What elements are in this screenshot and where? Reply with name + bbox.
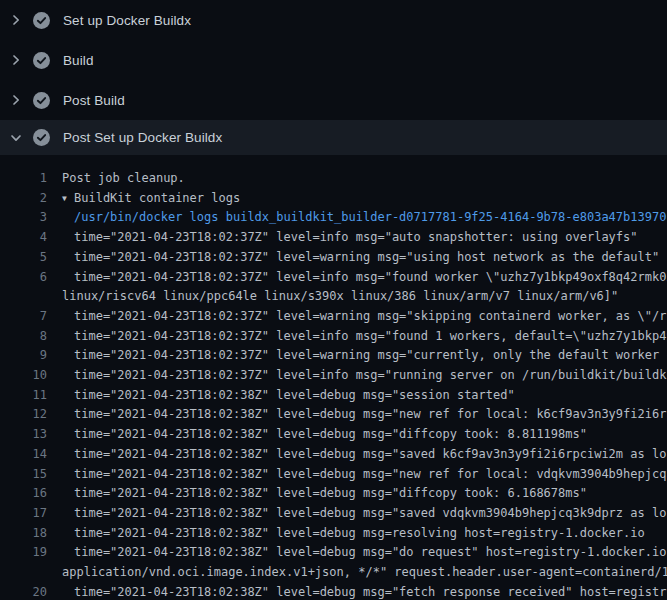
- log-line-number[interactable]: 16: [0, 484, 47, 504]
- log-line-number[interactable]: 18: [0, 524, 47, 544]
- log-line: 10time="2021-04-23T18:02:37Z" level=info…: [0, 366, 667, 386]
- log-line-number[interactable]: 5: [0, 248, 47, 268]
- log-line-number[interactable]: 2: [0, 189, 47, 209]
- log-line: 11time="2021-04-23T18:02:38Z" level=debu…: [0, 386, 667, 406]
- step-row-build[interactable]: Build: [0, 40, 667, 80]
- log-group-row[interactable]: 2▼BuildKit container logs: [0, 189, 667, 209]
- log-line-number[interactable]: 11: [0, 386, 47, 406]
- step-row-post-set-up-docker-buildx[interactable]: Post Set up Docker Buildx: [0, 120, 667, 155]
- log-line-number[interactable]: 3: [0, 208, 47, 228]
- log-line-number[interactable]: 6: [0, 268, 47, 288]
- step-title: Build: [63, 53, 94, 68]
- log-line-number[interactable]: 19: [0, 543, 47, 563]
- log-line-number[interactable]: 14: [0, 445, 47, 465]
- log-line-number[interactable]: 4: [0, 228, 47, 248]
- check-circle-icon: [33, 129, 50, 146]
- log-viewer: 1Post job cleanup.2▼BuildKit container l…: [0, 155, 667, 600]
- log-text: time="2021-04-23T18:02:37Z" level=info m…: [74, 228, 638, 248]
- log-line: 18time="2021-04-23T18:02:38Z" level=debu…: [0, 524, 667, 544]
- log-line-number[interactable]: 13: [0, 425, 47, 445]
- log-text: time="2021-04-23T18:02:37Z" level=info m…: [74, 327, 667, 347]
- log-line-number[interactable]: 17: [0, 504, 47, 524]
- log-text: application/vnd.oci.image.index.v1+json,…: [62, 563, 667, 583]
- log-line: 4time="2021-04-23T18:02:37Z" level=info …: [0, 228, 667, 248]
- log-line: 12time="2021-04-23T18:02:38Z" level=debu…: [0, 405, 667, 425]
- log-text: time="2021-04-23T18:02:37Z" level=warnin…: [74, 248, 659, 268]
- log-line: 20time="2021-04-23T18:02:38Z" level=debu…: [0, 583, 667, 600]
- log-line: 8time="2021-04-23T18:02:37Z" level=info …: [0, 327, 667, 347]
- step-title: Set up Docker Buildx: [63, 13, 191, 28]
- log-line-number[interactable]: 15: [0, 465, 47, 485]
- log-line: linux/riscv64 linux/ppc64le linux/s390x …: [0, 287, 667, 307]
- log-line-number[interactable]: [0, 563, 47, 583]
- log-text: time="2021-04-23T18:02:38Z" level=debug …: [74, 405, 667, 425]
- log-line: 16time="2021-04-23T18:02:38Z" level=debu…: [0, 484, 667, 504]
- chevron-right-icon: [8, 12, 24, 28]
- chevron-right-icon: [8, 52, 24, 68]
- log-line: 7time="2021-04-23T18:02:37Z" level=warni…: [0, 307, 667, 327]
- log-line-number[interactable]: 8: [0, 327, 47, 347]
- log-line: 19time="2021-04-23T18:02:38Z" level=debu…: [0, 543, 667, 563]
- chevron-down-icon: [8, 130, 24, 146]
- log-text: Post job cleanup.: [62, 169, 185, 189]
- log-line-number[interactable]: [0, 287, 47, 307]
- group-expand-triangle-icon: ▼: [62, 189, 74, 209]
- log-text: time="2021-04-23T18:02:38Z" level=debug …: [74, 425, 587, 445]
- log-line: 9time="2021-04-23T18:02:37Z" level=warni…: [0, 346, 667, 366]
- log-line: 1Post job cleanup.: [0, 169, 667, 189]
- log-command-text: /usr/bin/docker logs buildx_buildkit_bui…: [74, 208, 666, 228]
- log-line: application/vnd.oci.image.index.v1+json,…: [0, 563, 667, 583]
- log-line: 17time="2021-04-23T18:02:38Z" level=debu…: [0, 504, 667, 524]
- check-circle-icon: [33, 12, 50, 29]
- log-line-number[interactable]: 12: [0, 405, 47, 425]
- log-line-number[interactable]: 20: [0, 583, 47, 600]
- log-text: time="2021-04-23T18:02:38Z" level=debug …: [74, 524, 645, 544]
- log-line: 3/usr/bin/docker logs buildx_buildkit_bu…: [0, 208, 667, 228]
- log-line: 6time="2021-04-23T18:02:37Z" level=info …: [0, 268, 667, 288]
- log-line: 13time="2021-04-23T18:02:38Z" level=debu…: [0, 425, 667, 445]
- check-circle-icon: [33, 92, 50, 109]
- step-list: Set up Docker BuildxBuildPost BuildPost …: [0, 0, 667, 155]
- log-text: time="2021-04-23T18:02:37Z" level=info m…: [74, 366, 667, 386]
- log-text: BuildKit container logs: [74, 189, 240, 209]
- log-text: time="2021-04-23T18:02:38Z" level=debug …: [74, 445, 667, 465]
- log-text: time="2021-04-23T18:02:37Z" level=warnin…: [74, 346, 667, 366]
- log-line-number[interactable]: 9: [0, 346, 47, 366]
- log-text: time="2021-04-23T18:02:38Z" level=debug …: [74, 465, 667, 485]
- step-row-set-up-docker-buildx[interactable]: Set up Docker Buildx: [0, 0, 667, 40]
- log-line: 14time="2021-04-23T18:02:38Z" level=debu…: [0, 445, 667, 465]
- log-line-number[interactable]: 7: [0, 307, 47, 327]
- chevron-right-icon: [8, 92, 24, 108]
- log-text: time="2021-04-23T18:02:38Z" level=debug …: [74, 484, 587, 504]
- check-circle-icon: [33, 52, 50, 69]
- log-text: time="2021-04-23T18:02:37Z" level=warnin…: [74, 307, 667, 327]
- log-text: time="2021-04-23T18:02:38Z" level=debug …: [74, 504, 667, 524]
- step-title: Post Set up Docker Buildx: [63, 130, 222, 145]
- step-title: Post Build: [63, 93, 125, 108]
- log-line-number[interactable]: 1: [0, 169, 47, 189]
- log-text: time="2021-04-23T18:02:38Z" level=debug …: [74, 543, 667, 563]
- log-line: 5time="2021-04-23T18:02:37Z" level=warni…: [0, 248, 667, 268]
- log-line: 15time="2021-04-23T18:02:38Z" level=debu…: [0, 465, 667, 485]
- log-text: time="2021-04-23T18:02:38Z" level=debug …: [74, 583, 667, 600]
- step-row-post-build[interactable]: Post Build: [0, 80, 667, 120]
- log-text: time="2021-04-23T18:02:38Z" level=debug …: [74, 386, 515, 406]
- log-line-number[interactable]: 10: [0, 366, 47, 386]
- log-text: time="2021-04-23T18:02:37Z" level=info m…: [74, 268, 667, 288]
- log-text: linux/riscv64 linux/ppc64le linux/s390x …: [62, 287, 618, 307]
